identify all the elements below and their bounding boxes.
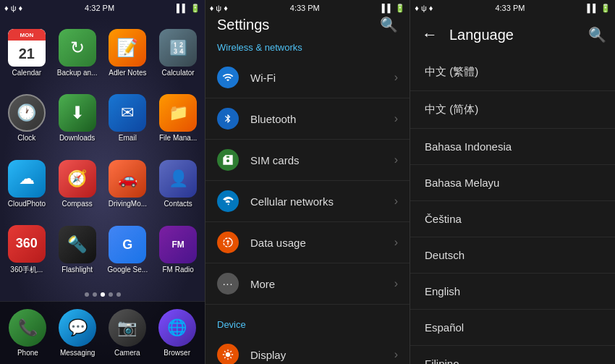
app-fmradio-label: FM Radio (156, 266, 200, 274)
app-clock[interactable]: 🕐 Clock (3, 87, 51, 149)
app-camera[interactable]: 📷 Camera (103, 306, 153, 360)
language-notification-icon: ♦ (415, 4, 419, 12)
settings-search-icon[interactable]: 🔍 (380, 16, 398, 33)
simcards-icon (217, 149, 239, 171)
lang-item-english[interactable]: English (410, 274, 615, 310)
app-googlese-label: Google Se... (106, 266, 150, 274)
calendar-day: 21 (8, 41, 46, 67)
settings-status-icons: ♦ ψ ♦ (210, 4, 228, 12)
settings-bluetooth[interactable]: Bluetooth › (205, 98, 410, 140)
app-360[interactable]: 360 360手机... (3, 218, 51, 282)
app-cloudphoto-label: CloudPhoto (4, 200, 49, 208)
app-compass[interactable]: 🧭 Compass (54, 153, 101, 215)
bluetooth-icon (217, 108, 239, 130)
app-flashlight[interactable]: 🔦 Flashlight (54, 218, 101, 282)
settings-simcards[interactable]: SIM cards › (205, 140, 410, 181)
messaging-icon: 💬 (68, 318, 88, 337)
page-dots (0, 288, 205, 301)
language-status-bar: ♦ ψ ♦ 4:33 PM ▌▌ 🔋 (410, 0, 615, 16)
language-list: 中文 (繁體) 中文 (简体) Bahasa Indonesia Bahasa … (410, 54, 615, 364)
back-button[interactable]: ← (419, 22, 441, 47)
settings-header: Settings 🔍 (205, 16, 410, 33)
home-status-icons: ♦ ψ ♦ (4, 4, 22, 12)
wifi-chevron: › (394, 71, 398, 84)
googlese-icon: G (122, 237, 132, 253)
more-icon: ··· (217, 273, 239, 295)
language-status-icons: ♦ ψ ♦ (415, 4, 433, 12)
lang-item-cestina[interactable]: Čeština (410, 201, 615, 237)
home-extra-icon: ♦ (18, 4, 22, 12)
app-browser[interactable]: 🌐 Browser (152, 306, 202, 360)
app-cloudphoto[interactable]: ☁ CloudPhoto (3, 153, 51, 215)
app-messaging-label: Messaging (54, 349, 101, 357)
language-panel: ← Language 🔍 中文 (繁體) 中文 (简体) Bahasa Indo… (410, 16, 615, 364)
language-header: ← Language 🔍 (410, 16, 615, 54)
app-fmradio[interactable]: FM FM Radio (154, 218, 202, 282)
language-signal-strength-icon: ▌▌ (587, 4, 598, 12)
dot-3 (101, 292, 105, 297)
calculator-icon: 🔢 (169, 39, 187, 56)
bluetooth-chevron: › (394, 112, 398, 125)
app-flashlight-label: Flashlight (55, 266, 100, 274)
cellular-chevron: › (394, 195, 398, 208)
device-section-header: Device (205, 310, 410, 334)
app-adler[interactable]: 📝 Adler Notes (104, 22, 152, 84)
adler-icon: 📝 (116, 38, 138, 58)
settings-wifi[interactable]: Wi-Fi › (205, 57, 410, 98)
language-extra-icon: ♦ (429, 4, 433, 12)
app-calendar[interactable]: MON 21 Calendar (3, 22, 51, 84)
lang-item-bahasa-indonesia[interactable]: Bahasa Indonesia (410, 129, 615, 165)
lang-item-bahasa-melayu[interactable]: Bahasa Melayu (410, 165, 615, 201)
simcards-label: SIM cards (250, 154, 394, 166)
downloads-icon: ⬇ (70, 103, 85, 123)
language-signal-icon: ψ (421, 4, 427, 12)
app-googlese[interactable]: G Google Se... (104, 218, 152, 282)
app-drivingmo[interactable]: 🚗 DrivingMo... (104, 153, 152, 215)
backup-icon: ↻ (70, 38, 85, 58)
filemgr-icon: 📁 (169, 103, 188, 122)
lang-item-filipino[interactable]: Filipino (410, 346, 615, 364)
app-email[interactable]: ✉ Email (104, 87, 152, 149)
home-right-icons: ▌▌ 🔋 (177, 4, 200, 13)
settings-display[interactable]: Display › (205, 334, 410, 364)
settings-right-icons: ▌▌ 🔋 (382, 4, 406, 13)
app-filemgr[interactable]: 📁 File Mana... (154, 87, 202, 149)
settings-cellular[interactable]: Cellular networks › (205, 181, 410, 222)
app-messaging[interactable]: 💬 Messaging (53, 306, 103, 360)
settings-signal-icon: ψ (216, 4, 221, 12)
settings-notification-icon: ♦ (210, 4, 214, 12)
app-contacts[interactable]: 👤 Contacts (154, 153, 202, 215)
datausage-chevron: › (394, 236, 398, 249)
lang-item-espanol[interactable]: Español (410, 310, 615, 346)
dot-1 (85, 292, 89, 297)
phone-icon: 📞 (18, 318, 38, 337)
language-search-icon[interactable]: 🔍 (588, 26, 606, 43)
app-phone[interactable]: 📞 Phone (3, 306, 53, 360)
lang-item-simplified-chinese[interactable]: 中文 (简体) (410, 91, 615, 129)
flashlight-icon: 🔦 (67, 235, 87, 254)
app-360-label: 360手机... (4, 265, 49, 275)
home-notification-icon: ♦ (4, 4, 9, 12)
app-backup[interactable]: ↻ Backup an... (54, 22, 101, 84)
settings-title: Settings (217, 17, 269, 33)
home-status-bar: ♦ ψ ♦ 4:32 PM ▌▌ 🔋 (0, 0, 205, 16)
app-calendar-label: Calendar (4, 69, 49, 77)
wifi-label: Wi-Fi (250, 72, 394, 84)
settings-datausage[interactable]: Data usage › (205, 222, 410, 263)
more-chevron: › (394, 277, 398, 290)
datausage-label: Data usage (250, 237, 394, 249)
dot-2 (93, 292, 97, 297)
settings-status-bar: ♦ ψ ♦ 4:33 PM ▌▌ 🔋 (205, 0, 411, 16)
calendar-header: MON (8, 29, 46, 41)
clock-icon: 🕐 (17, 103, 36, 122)
app-contacts-label: Contacts (156, 200, 200, 208)
lang-item-traditional-chinese[interactable]: 中文 (繁體) (410, 54, 615, 91)
lang-item-deutsch[interactable]: Deutsch (410, 237, 615, 274)
cellular-label: Cellular networks (250, 195, 394, 208)
settings-more[interactable]: ··· More › (205, 263, 410, 305)
app-downloads[interactable]: ⬇ Downloads (54, 87, 101, 149)
app-calculator[interactable]: 🔢 Calculator (154, 22, 202, 84)
home-screen: MON 21 Calendar ↻ Backup an... 📝 Adler N… (0, 16, 205, 364)
app-camera-label: Camera (104, 349, 151, 357)
language-right-icons: ▌▌ 🔋 (587, 4, 611, 13)
